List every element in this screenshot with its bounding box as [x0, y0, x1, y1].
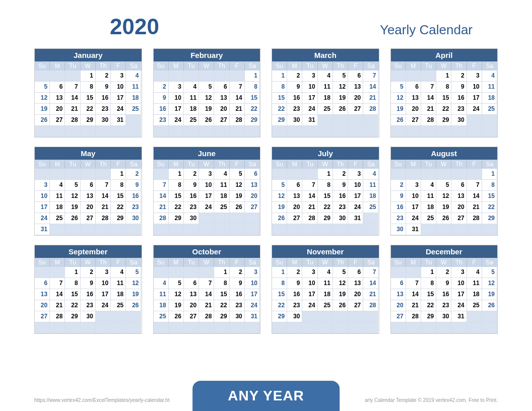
dow-label: W — [436, 258, 451, 267]
dow-label: Tu — [302, 160, 317, 169]
day-cell: 14 — [65, 93, 80, 104]
day-cell: 28 — [467, 213, 482, 224]
day-cell — [333, 115, 348, 126]
day-of-week-row: SuMTuWThFSa — [391, 160, 498, 169]
day-cell: 20 — [348, 289, 363, 300]
day-cell: 25 — [421, 213, 436, 224]
day-cell — [436, 224, 451, 235]
day-cell: 13 — [451, 191, 467, 202]
day-cell — [302, 224, 317, 235]
day-cell: 26 — [482, 300, 497, 311]
day-cell — [436, 322, 451, 333]
dow-label: F — [348, 258, 363, 267]
dow-label: Sa — [245, 258, 260, 267]
dow-label: Th — [451, 61, 467, 71]
dow-label: W — [318, 160, 333, 169]
day-cell: 19 — [333, 289, 348, 300]
day-cell: 8 — [214, 278, 229, 289]
day-cell: 23 — [81, 300, 96, 311]
day-cell: 1 — [245, 71, 260, 82]
day-cell: 10 — [467, 82, 482, 93]
dow-label: W — [81, 258, 96, 267]
day-cell: 21 — [363, 289, 378, 300]
day-cell — [287, 169, 302, 180]
day-cell: 6 — [184, 278, 199, 289]
day-cell — [272, 126, 287, 137]
month-name: February — [154, 49, 260, 61]
day-cell: 18 — [467, 289, 482, 300]
day-cell: 28 — [50, 311, 65, 322]
day-cell: 18 — [154, 300, 169, 311]
month-name: June — [154, 147, 260, 160]
dow-label: M — [50, 160, 65, 169]
dow-label: M — [406, 160, 421, 169]
dow-label: F — [230, 258, 245, 267]
dow-label: Sa — [482, 160, 497, 169]
day-cell: 9 — [333, 180, 348, 191]
dow-label: Sa — [245, 61, 260, 71]
dow-label: Su — [35, 258, 50, 267]
day-cell: 23 — [126, 202, 141, 213]
day-cell: 29 — [318, 213, 333, 224]
day-cell: 9 — [436, 278, 451, 289]
day-cell: 15 — [421, 289, 436, 300]
day-of-week-row: SuMTuWThFSa — [391, 258, 498, 267]
day-cell: 13 — [348, 278, 363, 289]
day-cell: 6 — [287, 180, 302, 191]
day-cell — [154, 322, 169, 333]
day-cell: 26 — [272, 213, 287, 224]
day-cell: 5 — [482, 267, 497, 278]
day-cell: 13 — [348, 82, 363, 93]
day-cell: 31 — [302, 115, 317, 126]
dow-label: Th — [333, 258, 348, 267]
day-cell: 17 — [245, 289, 260, 300]
day-cell: 1 — [482, 169, 497, 180]
day-cell: 10 — [35, 191, 50, 202]
day-cell — [406, 169, 421, 180]
day-cell — [467, 169, 482, 180]
day-cell: 9 — [184, 180, 199, 191]
day-cell: 28 — [230, 115, 245, 126]
day-cell: 25 — [184, 115, 199, 126]
day-cell: 15 — [318, 191, 333, 202]
dow-label: F — [111, 61, 126, 71]
month-october: OctoberSuMTuWThFSa1234567891011121314151… — [153, 245, 261, 334]
day-cell: 23 — [154, 115, 169, 126]
day-cell — [65, 71, 80, 82]
day-cell: 8 — [482, 180, 497, 191]
day-cell: 11 — [111, 278, 126, 289]
day-cell: 28 — [302, 213, 317, 224]
day-cell: 3 — [245, 267, 260, 278]
day-cell: 8 — [318, 180, 333, 191]
day-cell: 12 — [436, 191, 451, 202]
day-cell: 13 — [35, 289, 50, 300]
day-cell — [184, 322, 199, 333]
dow-label: M — [406, 258, 421, 267]
day-cell: 2 — [96, 71, 111, 82]
day-cell: 2 — [81, 267, 96, 278]
day-cell: 16 — [436, 289, 451, 300]
day-cell — [451, 322, 467, 333]
day-cell: 15 — [436, 93, 451, 104]
day-cell — [467, 115, 482, 126]
day-cell: 10 — [302, 278, 317, 289]
dow-label: M — [406, 61, 421, 71]
month-december: DecemberSuMTuWThFSa123456789101112131415… — [390, 245, 498, 334]
day-cell: 5 — [272, 180, 287, 191]
day-cell — [467, 311, 482, 322]
month-days: 1234567891011121314151617181920212223242… — [35, 169, 142, 235]
day-cell — [302, 126, 317, 137]
day-cell: 9 — [96, 82, 111, 93]
day-cell — [406, 267, 421, 278]
day-cell — [406, 322, 421, 333]
dow-label: F — [230, 61, 245, 71]
year-label: 2020 — [110, 14, 159, 39]
day-cell: 3 — [348, 169, 363, 180]
day-cell: 4 — [154, 278, 169, 289]
day-cell — [50, 71, 65, 82]
day-cell: 30 — [230, 311, 245, 322]
day-cell: 13 — [184, 289, 199, 300]
dow-label: W — [199, 258, 214, 267]
day-cell: 18 — [318, 289, 333, 300]
day-cell: 18 — [50, 202, 65, 213]
